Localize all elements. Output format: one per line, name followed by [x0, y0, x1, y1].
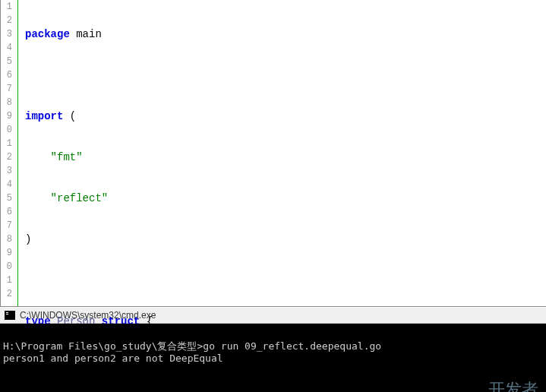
- code-line: "fmt": [25, 150, 546, 164]
- watermark: 开发者 DevZe.CoM: [450, 348, 538, 392]
- console-line: person1 and person2 are not DeepEqual: [3, 352, 223, 364]
- line-gutter: 1 2 3 4 5 6 7 8 9 0 1 2 3 4 5 6 7 8 9 0 …: [1, 0, 14, 306]
- code-line: [25, 68, 546, 82]
- console-output[interactable]: H:\Program Files\go_study\复合类型>go run 09…: [0, 324, 546, 392]
- code-editor: 1 2 3 4 5 6 7 8 9 0 1 2 3 4 5 6 7 8 9 0 …: [0, 0, 546, 306]
- code-line: [25, 273, 546, 287]
- fold-margin[interactable]: [14, 0, 22, 306]
- code-line: package main: [25, 27, 546, 41]
- code-line: import (: [25, 109, 546, 123]
- code-line: ): [25, 232, 546, 246]
- code-line: "reflect": [25, 191, 546, 205]
- cmd-icon: [5, 311, 15, 320]
- console-line: H:\Program Files\go_study\复合类型>go run 09…: [3, 340, 381, 352]
- code-area[interactable]: package main import ( "fmt" "reflect" ) …: [22, 0, 546, 306]
